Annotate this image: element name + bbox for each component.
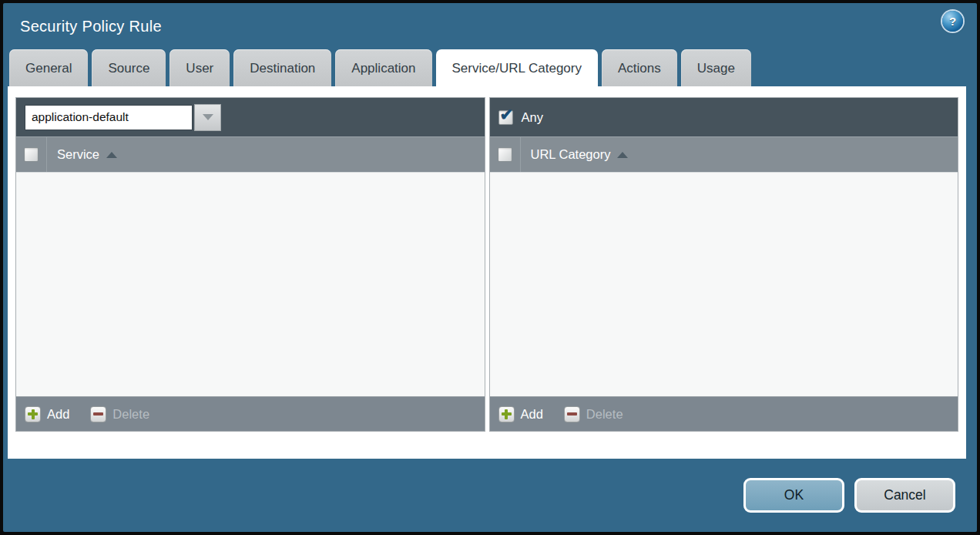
tab-application[interactable]: Application xyxy=(335,49,431,86)
chevron-down-icon xyxy=(203,114,213,120)
tab-service-url-category[interactable]: Service/URL Category xyxy=(436,49,599,86)
any-checkbox[interactable]: ✔ xyxy=(498,110,513,125)
dialog-action-bar: OK Cancel xyxy=(3,459,977,532)
dialog-title: Security Policy Rule xyxy=(20,18,162,35)
add-icon xyxy=(25,406,41,422)
service-footer-toolbar: Add Delete xyxy=(16,396,485,431)
delete-icon xyxy=(90,406,106,422)
tab-usage[interactable]: Usage xyxy=(681,49,751,86)
url-category-footer-toolbar: Add Delete xyxy=(490,396,958,431)
service-select-all-checkbox[interactable]: ✔ xyxy=(24,147,39,162)
check-icon: ✔ xyxy=(500,106,514,124)
screen: Security Policy Rule ? General Source Us… xyxy=(0,0,980,535)
service-toolbar: application-default xyxy=(16,98,485,136)
service-add-button[interactable]: Add xyxy=(25,406,69,422)
url-category-column-header: ✔ URL Category xyxy=(490,136,958,172)
url-category-select-all-cell: ✔ xyxy=(490,137,521,172)
url-category-toolbar: ✔ Any xyxy=(490,98,958,136)
service-list xyxy=(16,172,485,396)
service-type-dropdown-value[interactable]: application-default xyxy=(25,105,193,130)
tab-user[interactable]: User xyxy=(169,49,230,86)
title-bar: Security Policy Rule ? xyxy=(3,3,977,49)
url-category-list xyxy=(490,172,958,396)
tab-strip: General Source User Destination Applicat… xyxy=(3,49,977,86)
sort-ascending-icon xyxy=(106,152,117,158)
any-label: Any xyxy=(522,110,543,125)
service-type-dropdown[interactable]: application-default xyxy=(25,104,221,131)
service-panel: application-default ✔ xyxy=(15,97,485,432)
tab-destination[interactable]: Destination xyxy=(233,49,331,86)
cancel-button[interactable]: Cancel xyxy=(854,478,955,513)
question-mark-glyph: ? xyxy=(949,15,956,28)
service-select-all-cell: ✔ xyxy=(16,137,47,172)
service-type-dropdown-button[interactable] xyxy=(194,104,221,131)
service-delete-button[interactable]: Delete xyxy=(90,406,149,422)
service-column-header: ✔ Service xyxy=(16,136,485,172)
sort-ascending-icon xyxy=(617,152,628,158)
url-category-panel: ✔ Any ✔ URL Category xyxy=(489,97,959,432)
add-icon xyxy=(498,406,515,422)
tab-source[interactable]: Source xyxy=(92,49,166,86)
url-category-column-label[interactable]: URL Category xyxy=(531,147,629,162)
tab-general[interactable]: General xyxy=(9,49,88,86)
security-policy-rule-dialog: Security Policy Rule ? General Source Us… xyxy=(3,3,977,532)
delete-icon xyxy=(564,406,580,422)
tab-actions[interactable]: Actions xyxy=(602,49,677,86)
service-column-label[interactable]: Service xyxy=(57,147,117,162)
url-category-add-button[interactable]: Add xyxy=(498,406,543,422)
help-icon[interactable]: ? xyxy=(942,11,963,32)
url-category-select-all-checkbox[interactable]: ✔ xyxy=(498,147,512,162)
url-category-delete-button[interactable]: Delete xyxy=(564,406,623,422)
ok-button[interactable]: OK xyxy=(743,478,844,513)
tab-content-service-url-category: application-default ✔ xyxy=(8,86,966,459)
panels-row: application-default ✔ xyxy=(15,97,958,432)
